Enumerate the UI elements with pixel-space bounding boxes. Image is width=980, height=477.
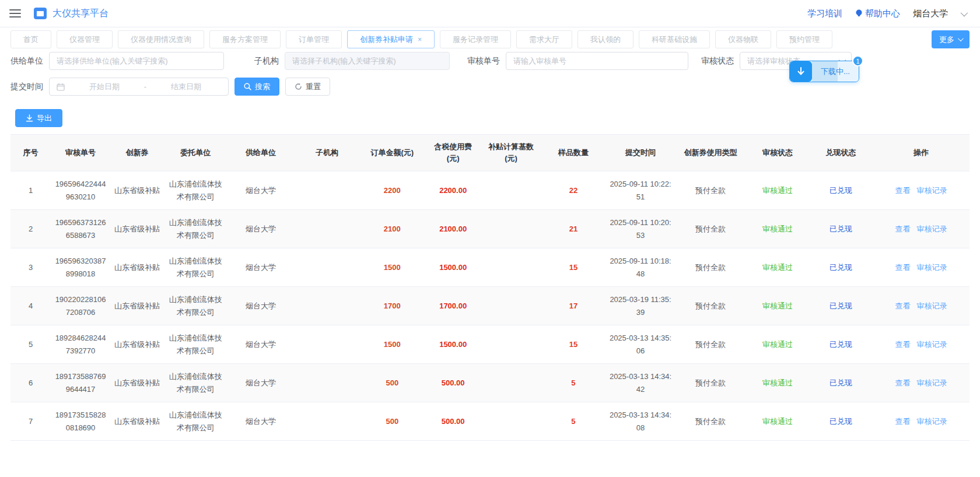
tab-my-claimed[interactable]: 我认领的 (578, 30, 634, 48)
tab-label: 创新券补贴申请 (360, 34, 413, 45)
table-row: 41902202281067208706山东省级补贴山东浦创流体技术有限公司烟台… (10, 287, 970, 325)
cell-tax-fee: 1500.00 (425, 325, 481, 364)
download-count-badge: 1 (852, 55, 863, 66)
tab-reservation-mgmt[interactable]: 预约管理 (776, 30, 832, 48)
cell-usage-type: 预付全款 (675, 287, 746, 325)
cell-actions: 查看审核记录 (873, 402, 970, 441)
more-button[interactable]: 更多 (932, 30, 970, 48)
audit-record-link[interactable]: 审核记录 (916, 417, 947, 426)
view-link[interactable]: 查看 (895, 378, 910, 387)
cell-audit-status: 审核通过 (746, 248, 810, 287)
cell-order-amount: 2100 (359, 210, 425, 248)
audit-status-label: 审核状态 (701, 56, 734, 66)
cell-voucher: 山东省级补贴 (110, 402, 164, 441)
cell-redeem-status: 已兑现 (809, 364, 873, 402)
help-center-link[interactable]: 帮助中心 (855, 8, 900, 19)
app-logo-icon (34, 8, 47, 19)
column-header-4: 供给单位 (228, 135, 295, 171)
column-header-12: 审核状态 (746, 135, 810, 171)
download-toast[interactable]: 下载中... 1 (789, 61, 859, 82)
tab-label: 需求大厅 (529, 34, 559, 45)
audit-record-link[interactable]: 审核记录 (916, 186, 947, 195)
supply-unit-label: 供给单位 (10, 56, 43, 66)
app-title: 大仪共享平台 (52, 8, 108, 20)
cell-actions: 查看审核记录 (873, 364, 970, 402)
cell-audit-no: 1891735158280818690 (51, 402, 110, 441)
audit-record-link[interactable]: 审核记录 (916, 301, 947, 310)
tab-service-plan-mgmt[interactable]: 服务方案管理 (209, 30, 281, 48)
tab-instrument-mgmt[interactable]: 仪器管理 (57, 30, 113, 48)
cell-audit-no: 1965963731266588673 (51, 210, 110, 248)
hamburger-menu-icon[interactable] (9, 9, 21, 17)
cell-redeem-status: 已兑现 (809, 210, 873, 248)
cell-subsidy-base (481, 171, 541, 210)
cell-redeem-status: 已兑现 (809, 325, 873, 364)
tab-demand-hall[interactable]: 需求大厅 (516, 30, 572, 48)
cell-redeem-status: 已兑现 (809, 171, 873, 210)
tab-research-infrastructure[interactable]: 科研基础设施 (639, 30, 710, 48)
download-icon (26, 114, 33, 122)
cell-actions: 查看审核记录 (873, 171, 970, 210)
view-link[interactable]: 查看 (895, 301, 910, 310)
search-button[interactable]: 搜索 (235, 78, 279, 96)
cell-usage-type: 预付全款 (675, 364, 746, 402)
column-header-0: 序号 (10, 135, 51, 171)
cell-audit-no: 1892846282447392770 (51, 325, 110, 364)
view-link[interactable]: 查看 (895, 186, 910, 195)
cell-subsidy-base (481, 325, 541, 364)
cell-order-amount: 1500 (359, 248, 425, 287)
cell-sample-count: 21 (541, 210, 606, 248)
cell-supplier: 烟台大学 (228, 325, 295, 364)
end-date-placeholder[interactable]: 结束日期 (151, 82, 221, 92)
cell-voucher: 山东省级补贴 (110, 364, 164, 402)
cell-supplier: 烟台大学 (228, 402, 295, 441)
table-row: 61891735887699644417山东省级补贴山东浦创流体技术有限公司烟台… (10, 364, 970, 402)
download-status-text: 下载中... (821, 66, 850, 77)
table-row: 21965963731266588673山东省级补贴山东浦创流体技术有限公司烟台… (10, 210, 970, 248)
tab-service-record-mgmt[interactable]: 服务记录管理 (440, 30, 511, 48)
cell-client: 山东浦创流体技术有限公司 (164, 210, 228, 248)
submit-time-range-picker[interactable]: 开始日期 - 结束日期 (49, 78, 229, 96)
cell-usage-type: 预付全款 (675, 402, 746, 441)
view-link[interactable]: 查看 (895, 263, 910, 272)
export-button[interactable]: 导出 (15, 109, 62, 127)
download-arrow-icon (790, 61, 812, 82)
sub-org-select[interactable]: 请选择子机构(输入关键字搜索) (285, 52, 450, 70)
audit-record-link[interactable]: 审核记录 (916, 378, 947, 387)
audit-record-link[interactable]: 审核记录 (916, 340, 947, 349)
audit-record-link[interactable]: 审核记录 (916, 263, 947, 272)
reset-button[interactable]: 重置 (285, 78, 330, 96)
tab-label: 服务记录管理 (453, 34, 498, 45)
cell-supplier: 烟台大学 (228, 171, 295, 210)
view-link[interactable]: 查看 (895, 225, 910, 233)
cell-index: 1 (10, 171, 51, 210)
org-name[interactable]: 烟台大学 (913, 8, 948, 19)
start-date-placeholder[interactable]: 开始日期 (69, 82, 139, 92)
cell-supplier: 烟台大学 (228, 210, 295, 248)
table-row: 71891735158280818690山东省级补贴山东浦创流体技术有限公司烟台… (10, 402, 970, 441)
chevron-down-icon[interactable] (961, 9, 968, 16)
training-link[interactable]: 学习培训 (807, 8, 842, 19)
cell-audit-status: 审核通过 (746, 287, 810, 325)
tab-voucher-subsidy-apply[interactable]: 创新券补贴申请× (347, 30, 435, 48)
tab-instrument-iot[interactable]: 仪器物联 (715, 30, 771, 48)
column-header-14: 操作 (873, 135, 970, 171)
tab-home[interactable]: 首页 (10, 30, 51, 48)
audit-no-input[interactable]: 请输入审核单号 (506, 52, 688, 70)
close-tab-icon[interactable]: × (418, 36, 422, 44)
tab-usage-query[interactable]: 仪器使用情况查询 (118, 30, 204, 48)
cell-client: 山东浦创流体技术有限公司 (164, 364, 228, 402)
column-header-1: 审核单号 (51, 135, 110, 171)
audit-record-link[interactable]: 审核记录 (916, 225, 947, 233)
tab-order-mgmt[interactable]: 订单管理 (286, 30, 342, 48)
cell-actions: 查看审核记录 (873, 325, 970, 364)
cell-index: 6 (10, 364, 51, 402)
column-header-7: 含税使用费(元) (425, 135, 481, 171)
cell-actions: 查看审核记录 (873, 210, 970, 248)
cell-actions: 查看审核记录 (873, 248, 970, 287)
cell-supplier: 烟台大学 (228, 287, 295, 325)
supply-unit-select[interactable]: 请选择供给单位(输入关键字搜索) (49, 52, 224, 70)
view-link[interactable]: 查看 (895, 340, 910, 349)
view-link[interactable]: 查看 (895, 417, 910, 426)
calendar-icon (57, 83, 65, 91)
